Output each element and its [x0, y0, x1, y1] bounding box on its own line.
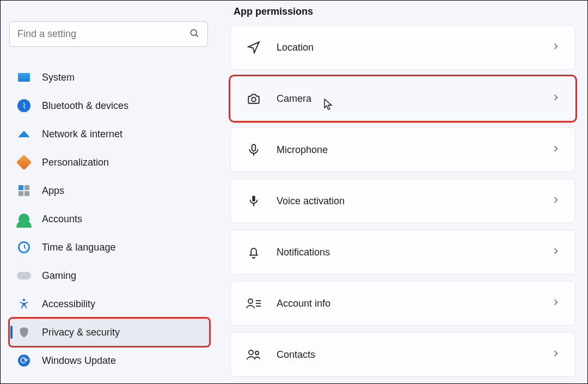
permission-label: Contacts [277, 349, 315, 361]
chevron-right-icon [552, 42, 560, 52]
voice-icon [246, 193, 261, 209]
permission-item-microphone[interactable]: Microphone [230, 127, 575, 172]
wifi-icon [17, 127, 31, 141]
sidebar-item-time-language[interactable]: Time & language [9, 233, 210, 261]
permission-item-location[interactable]: Location [230, 25, 575, 70]
section-title: App permissions [234, 6, 575, 17]
sidebar-item-label: Windows Update [42, 355, 116, 367]
svg-rect-6 [252, 196, 255, 202]
sidebar-item-label: Apps [42, 185, 64, 197]
permission-label: Microphone [277, 144, 328, 156]
sidebar-item-bluetooth[interactable]: ⌇ Bluetooth & devices [9, 92, 210, 120]
svg-point-13 [255, 351, 259, 355]
permission-label: Voice activation [277, 196, 345, 207]
search-input[interactable] [17, 28, 189, 40]
chevron-right-icon [552, 298, 560, 308]
search-box[interactable] [9, 21, 208, 47]
accounts-icon [17, 212, 31, 226]
svg-point-3 [252, 97, 256, 102]
sidebar-item-label: Network & internet [42, 129, 122, 140]
sidebar-item-label: Personalization [42, 157, 109, 168]
svg-line-1 [196, 34, 198, 36]
update-icon: ⟳ [17, 353, 31, 368]
sidebar-item-privacy-security[interactable]: Privacy & security [9, 318, 210, 346]
chevron-right-icon [552, 196, 560, 206]
chevron-right-icon [552, 94, 560, 103]
sidebar-item-label: Accounts [42, 214, 82, 225]
sidebar-item-label: Privacy & security [42, 327, 120, 338]
permission-label: Notifications [277, 247, 330, 258]
permission-label: Account info [277, 298, 330, 309]
shield-icon [17, 325, 31, 339]
sidebar-item-network[interactable]: Network & internet [9, 120, 210, 148]
sidebar: System ⌇ Bluetooth & devices Network & i… [1, 1, 218, 383]
system-icon [17, 70, 31, 84]
svg-rect-4 [252, 144, 256, 151]
main-content: App permissions Location Camera [218, 1, 587, 383]
permission-label: Camera [277, 93, 311, 105]
svg-point-12 [249, 350, 253, 355]
sidebar-item-label: System [42, 72, 75, 83]
sidebar-item-label: Accessibility [42, 298, 95, 310]
bluetooth-icon: ⌇ [17, 99, 31, 113]
camera-icon [246, 91, 261, 106]
account-info-icon [246, 296, 261, 311]
apps-icon [17, 184, 31, 198]
svg-point-0 [191, 29, 197, 35]
sidebar-item-windows-update[interactable]: ⟳ Windows Update [9, 346, 210, 375]
chevron-right-icon [552, 350, 560, 359]
bell-icon [246, 245, 261, 260]
location-icon [246, 40, 261, 55]
permission-item-account-info[interactable]: Account info [230, 281, 575, 326]
permission-item-notifications[interactable]: Notifications [230, 230, 575, 275]
gamepad-icon [17, 269, 31, 283]
accessibility-icon [17, 297, 31, 311]
nav-list: System ⌇ Bluetooth & devices Network & i… [9, 63, 210, 375]
sidebar-item-system[interactable]: System [9, 63, 210, 92]
permission-item-voice-activation[interactable]: Voice activation [230, 179, 575, 223]
sidebar-item-accessibility[interactable]: Accessibility [9, 290, 210, 318]
sidebar-item-label: Gaming [42, 270, 76, 282]
sidebar-item-personalization[interactable]: Personalization [9, 148, 210, 176]
svg-point-8 [248, 299, 253, 303]
permission-label: Location [277, 42, 314, 53]
permission-item-contacts[interactable]: Contacts [230, 332, 575, 377]
search-icon [189, 28, 200, 41]
permission-item-camera[interactable]: Camera [230, 76, 575, 121]
clock-icon [17, 240, 31, 254]
sidebar-item-gaming[interactable]: Gaming [9, 261, 210, 290]
sidebar-item-label: Bluetooth & devices [42, 100, 128, 112]
sidebar-item-apps[interactable]: Apps [9, 176, 210, 205]
microphone-icon [246, 142, 261, 157]
permissions-list: Location Camera Microphone [230, 25, 575, 377]
brush-icon [17, 155, 31, 169]
chevron-right-icon [552, 247, 560, 257]
svg-point-2 [23, 298, 25, 301]
contacts-icon [246, 347, 261, 362]
sidebar-item-label: Time & language [42, 242, 115, 253]
sidebar-item-accounts[interactable]: Accounts [9, 205, 210, 233]
chevron-right-icon [552, 145, 560, 155]
